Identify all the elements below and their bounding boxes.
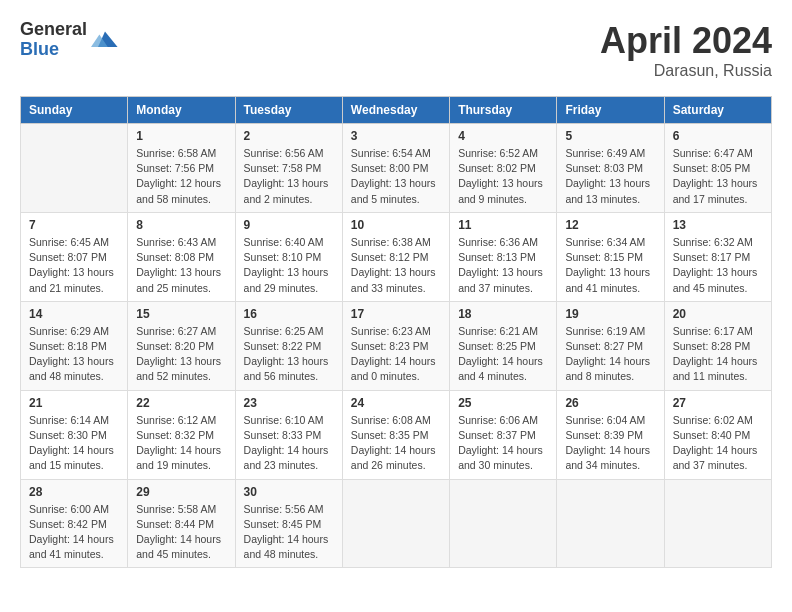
day-info: Sunrise: 6:17 AMSunset: 8:28 PMDaylight:… (673, 324, 763, 385)
calendar-cell: 2Sunrise: 6:56 AMSunset: 7:58 PMDaylight… (235, 124, 342, 213)
week-row-1: 1Sunrise: 6:58 AMSunset: 7:56 PMDaylight… (21, 124, 772, 213)
calendar-cell: 8Sunrise: 6:43 AMSunset: 8:08 PMDaylight… (128, 212, 235, 301)
weekday-header-tuesday: Tuesday (235, 97, 342, 124)
calendar-cell: 23Sunrise: 6:10 AMSunset: 8:33 PMDayligh… (235, 390, 342, 479)
calendar-cell: 17Sunrise: 6:23 AMSunset: 8:23 PMDayligh… (342, 301, 449, 390)
calendar-cell: 1Sunrise: 6:58 AMSunset: 7:56 PMDaylight… (128, 124, 235, 213)
weekday-header-row: SundayMondayTuesdayWednesdayThursdayFrid… (21, 97, 772, 124)
day-info: Sunrise: 6:45 AMSunset: 8:07 PMDaylight:… (29, 235, 119, 296)
week-row-2: 7Sunrise: 6:45 AMSunset: 8:07 PMDaylight… (21, 212, 772, 301)
day-number: 7 (29, 218, 119, 232)
calendar-cell: 10Sunrise: 6:38 AMSunset: 8:12 PMDayligh… (342, 212, 449, 301)
day-info: Sunrise: 6:08 AMSunset: 8:35 PMDaylight:… (351, 413, 441, 474)
day-info: Sunrise: 6:32 AMSunset: 8:17 PMDaylight:… (673, 235, 763, 296)
week-row-5: 28Sunrise: 6:00 AMSunset: 8:42 PMDayligh… (21, 479, 772, 568)
calendar-cell (21, 124, 128, 213)
calendar-cell: 18Sunrise: 6:21 AMSunset: 8:25 PMDayligh… (450, 301, 557, 390)
day-info: Sunrise: 6:49 AMSunset: 8:03 PMDaylight:… (565, 146, 655, 207)
day-info: Sunrise: 6:10 AMSunset: 8:33 PMDaylight:… (244, 413, 334, 474)
day-info: Sunrise: 6:27 AMSunset: 8:20 PMDaylight:… (136, 324, 226, 385)
calendar-title: April 2024 (600, 20, 772, 62)
day-number: 21 (29, 396, 119, 410)
day-info: Sunrise: 6:12 AMSunset: 8:32 PMDaylight:… (136, 413, 226, 474)
weekday-header-friday: Friday (557, 97, 664, 124)
day-number: 26 (565, 396, 655, 410)
day-info: Sunrise: 5:58 AMSunset: 8:44 PMDaylight:… (136, 502, 226, 563)
day-info: Sunrise: 6:52 AMSunset: 8:02 PMDaylight:… (458, 146, 548, 207)
logo-general-text: General (20, 20, 87, 40)
calendar-cell: 5Sunrise: 6:49 AMSunset: 8:03 PMDaylight… (557, 124, 664, 213)
calendar-cell: 25Sunrise: 6:06 AMSunset: 8:37 PMDayligh… (450, 390, 557, 479)
day-number: 15 (136, 307, 226, 321)
day-number: 4 (458, 129, 548, 143)
title-block: April 2024 Darasun, Russia (600, 20, 772, 80)
logo: General Blue (20, 20, 119, 60)
day-info: Sunrise: 6:06 AMSunset: 8:37 PMDaylight:… (458, 413, 548, 474)
calendar-cell (557, 479, 664, 568)
calendar-cell: 28Sunrise: 6:00 AMSunset: 8:42 PMDayligh… (21, 479, 128, 568)
day-number: 12 (565, 218, 655, 232)
day-number: 18 (458, 307, 548, 321)
calendar-cell: 29Sunrise: 5:58 AMSunset: 8:44 PMDayligh… (128, 479, 235, 568)
calendar-cell: 12Sunrise: 6:34 AMSunset: 8:15 PMDayligh… (557, 212, 664, 301)
calendar-cell: 14Sunrise: 6:29 AMSunset: 8:18 PMDayligh… (21, 301, 128, 390)
calendar-cell: 22Sunrise: 6:12 AMSunset: 8:32 PMDayligh… (128, 390, 235, 479)
day-number: 19 (565, 307, 655, 321)
calendar-cell: 21Sunrise: 6:14 AMSunset: 8:30 PMDayligh… (21, 390, 128, 479)
day-number: 1 (136, 129, 226, 143)
day-info: Sunrise: 6:40 AMSunset: 8:10 PMDaylight:… (244, 235, 334, 296)
calendar-cell: 19Sunrise: 6:19 AMSunset: 8:27 PMDayligh… (557, 301, 664, 390)
day-info: Sunrise: 6:21 AMSunset: 8:25 PMDaylight:… (458, 324, 548, 385)
calendar-cell (342, 479, 449, 568)
weekday-header-monday: Monday (128, 97, 235, 124)
calendar-cell: 30Sunrise: 5:56 AMSunset: 8:45 PMDayligh… (235, 479, 342, 568)
day-info: Sunrise: 6:58 AMSunset: 7:56 PMDaylight:… (136, 146, 226, 207)
calendar-cell: 16Sunrise: 6:25 AMSunset: 8:22 PMDayligh… (235, 301, 342, 390)
page-header: General Blue April 2024 Darasun, Russia (20, 20, 772, 80)
day-info: Sunrise: 6:02 AMSunset: 8:40 PMDaylight:… (673, 413, 763, 474)
day-info: Sunrise: 6:23 AMSunset: 8:23 PMDaylight:… (351, 324, 441, 385)
day-number: 10 (351, 218, 441, 232)
day-info: Sunrise: 6:38 AMSunset: 8:12 PMDaylight:… (351, 235, 441, 296)
week-row-3: 14Sunrise: 6:29 AMSunset: 8:18 PMDayligh… (21, 301, 772, 390)
day-info: Sunrise: 6:56 AMSunset: 7:58 PMDaylight:… (244, 146, 334, 207)
logo-blue-text: Blue (20, 40, 87, 60)
day-number: 5 (565, 129, 655, 143)
calendar-cell: 13Sunrise: 6:32 AMSunset: 8:17 PMDayligh… (664, 212, 771, 301)
day-number: 2 (244, 129, 334, 143)
day-number: 28 (29, 485, 119, 499)
calendar-cell: 20Sunrise: 6:17 AMSunset: 8:28 PMDayligh… (664, 301, 771, 390)
week-row-4: 21Sunrise: 6:14 AMSunset: 8:30 PMDayligh… (21, 390, 772, 479)
calendar-cell: 4Sunrise: 6:52 AMSunset: 8:02 PMDaylight… (450, 124, 557, 213)
calendar-cell: 15Sunrise: 6:27 AMSunset: 8:20 PMDayligh… (128, 301, 235, 390)
day-info: Sunrise: 6:36 AMSunset: 8:13 PMDaylight:… (458, 235, 548, 296)
day-info: Sunrise: 6:19 AMSunset: 8:27 PMDaylight:… (565, 324, 655, 385)
calendar-cell: 7Sunrise: 6:45 AMSunset: 8:07 PMDaylight… (21, 212, 128, 301)
weekday-header-saturday: Saturday (664, 97, 771, 124)
calendar-cell (664, 479, 771, 568)
calendar-cell: 6Sunrise: 6:47 AMSunset: 8:05 PMDaylight… (664, 124, 771, 213)
calendar-cell: 9Sunrise: 6:40 AMSunset: 8:10 PMDaylight… (235, 212, 342, 301)
day-info: Sunrise: 6:14 AMSunset: 8:30 PMDaylight:… (29, 413, 119, 474)
day-info: Sunrise: 6:04 AMSunset: 8:39 PMDaylight:… (565, 413, 655, 474)
weekday-header-sunday: Sunday (21, 97, 128, 124)
day-number: 17 (351, 307, 441, 321)
day-number: 8 (136, 218, 226, 232)
day-number: 14 (29, 307, 119, 321)
day-number: 30 (244, 485, 334, 499)
day-number: 3 (351, 129, 441, 143)
calendar-cell: 24Sunrise: 6:08 AMSunset: 8:35 PMDayligh… (342, 390, 449, 479)
day-number: 9 (244, 218, 334, 232)
day-number: 13 (673, 218, 763, 232)
calendar-cell: 26Sunrise: 6:04 AMSunset: 8:39 PMDayligh… (557, 390, 664, 479)
day-info: Sunrise: 6:47 AMSunset: 8:05 PMDaylight:… (673, 146, 763, 207)
day-info: Sunrise: 6:25 AMSunset: 8:22 PMDaylight:… (244, 324, 334, 385)
day-number: 16 (244, 307, 334, 321)
weekday-header-thursday: Thursday (450, 97, 557, 124)
day-number: 23 (244, 396, 334, 410)
day-info: Sunrise: 5:56 AMSunset: 8:45 PMDaylight:… (244, 502, 334, 563)
logo-icon (91, 26, 119, 54)
day-number: 27 (673, 396, 763, 410)
weekday-header-wednesday: Wednesday (342, 97, 449, 124)
day-number: 25 (458, 396, 548, 410)
